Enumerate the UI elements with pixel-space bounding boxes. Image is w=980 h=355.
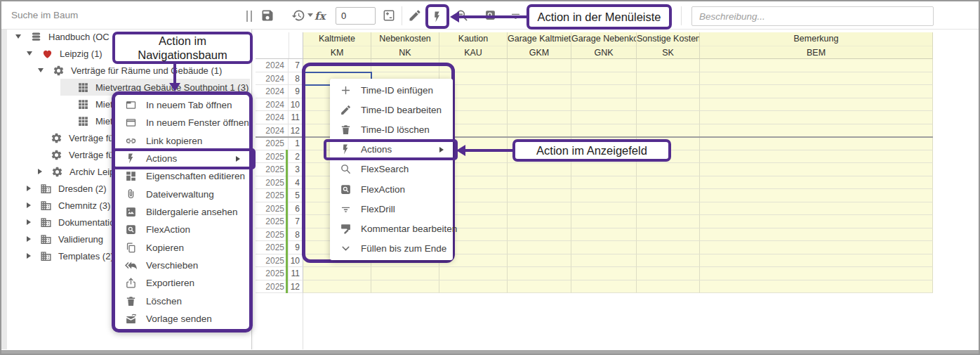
grid-cell[interactable] xyxy=(637,98,700,112)
row-month-label[interactable]: 12 xyxy=(289,280,303,294)
grid-cell[interactable] xyxy=(637,72,700,86)
fx-dropdown-icon[interactable]: fx xyxy=(307,10,325,22)
save-icon[interactable] xyxy=(260,8,274,22)
row-year-label[interactable]: 2024 xyxy=(256,98,289,112)
grid-cell[interactable] xyxy=(571,280,637,294)
nav-menu-item[interactable]: In neuem Tab öffnen xyxy=(115,96,249,114)
row-month-label[interactable]: 10 xyxy=(289,254,303,268)
grid-cell[interactable] xyxy=(371,280,439,294)
column-header[interactable]: KaltmieteKM xyxy=(303,32,371,59)
grid-menu-item[interactable]: Füllen bis zum Ende xyxy=(330,239,453,259)
grid-cell[interactable] xyxy=(637,202,700,216)
grid-cell[interactable] xyxy=(508,241,571,254)
grid-cell[interactable] xyxy=(571,59,637,72)
grid-cell[interactable] xyxy=(571,163,637,176)
row-month-label[interactable]: 7 xyxy=(289,215,303,228)
expander-closed-icon[interactable] xyxy=(27,219,31,225)
grid-cell[interactable] xyxy=(700,241,933,254)
grid-cell[interactable] xyxy=(508,254,571,268)
grid-cell[interactable] xyxy=(700,189,933,202)
row-month-label[interactable]: 5 xyxy=(289,189,303,202)
row-month-label[interactable]: 9 xyxy=(289,85,303,98)
row-year-label[interactable]: 2024 xyxy=(256,59,289,72)
grid-cell[interactable] xyxy=(508,189,571,202)
row-month-label[interactable]: 11 xyxy=(289,111,303,124)
row-year-label[interactable]: 2025 xyxy=(256,176,289,190)
expander-open-icon[interactable] xyxy=(27,51,32,56)
grid-cell[interactable] xyxy=(700,176,933,190)
grid-cell[interactable] xyxy=(508,72,571,86)
column-header[interactable]: KautionKAU xyxy=(439,32,508,59)
column-header[interactable]: NebenkostenNK xyxy=(371,32,439,59)
grid-cell[interactable] xyxy=(508,202,571,216)
nav-menu-item[interactable]: Löschen xyxy=(115,292,249,309)
row-month-label[interactable]: 6 xyxy=(289,202,303,216)
grid-menu-item[interactable]: FlexAction xyxy=(330,179,453,199)
grid-cell[interactable] xyxy=(637,228,700,242)
row-month-label[interactable]: 1 xyxy=(289,137,303,150)
grid-cell[interactable] xyxy=(700,150,933,164)
grid-cell[interactable] xyxy=(508,267,571,280)
grid-cell[interactable] xyxy=(571,111,637,124)
grid-menu-item[interactable]: Time-ID löschen xyxy=(330,120,453,139)
grid-menu-item[interactable]: Time-ID bearbeiten xyxy=(330,100,453,120)
nav-menu-item[interactable]: Vorlage senden xyxy=(115,310,249,328)
brush-icon[interactable] xyxy=(408,8,422,22)
grid-cell[interactable] xyxy=(700,59,933,72)
expander-closed-icon[interactable] xyxy=(27,186,31,191)
grid-cell[interactable] xyxy=(571,228,637,242)
grid-cell[interactable] xyxy=(439,267,508,280)
grid-cell[interactable] xyxy=(571,215,637,228)
grid-cell[interactable] xyxy=(508,280,571,294)
row-year-label[interactable]: 2024 xyxy=(256,85,289,98)
row-year-label[interactable]: 2025 xyxy=(256,254,289,268)
grid-menu-item[interactable]: Kommentar bearbeiten xyxy=(330,219,453,239)
row-year-label[interactable]: 2024 xyxy=(256,111,289,124)
grid-cell[interactable] xyxy=(508,176,571,190)
row-year-label[interactable]: 2025 xyxy=(256,280,289,294)
row-year-label[interactable]: 2025 xyxy=(256,189,289,202)
row-month-label[interactable]: 2 xyxy=(289,150,303,164)
nav-menu-item[interactable]: Eigenschaften editieren xyxy=(115,167,249,185)
grid-cell[interactable] xyxy=(508,98,571,112)
tree-item[interactable]: Verträge für Räume und Gebäude (1) xyxy=(3,62,251,79)
grid-cell[interactable] xyxy=(637,85,700,98)
grid-cell[interactable] xyxy=(571,124,637,138)
column-header[interactable]: Garage KaltmieteGKM xyxy=(508,32,571,59)
grid-cell[interactable] xyxy=(571,241,637,254)
nav-menu-item[interactable]: Kopieren xyxy=(115,239,249,257)
grid-cell[interactable] xyxy=(700,267,933,280)
row-year-label[interactable]: 2024 xyxy=(256,72,289,86)
expander-open-icon[interactable] xyxy=(38,68,44,72)
row-year-label[interactable]: 2025 xyxy=(256,267,289,280)
nav-menu-item[interactable]: Link kopieren xyxy=(115,132,249,150)
grid-cell[interactable] xyxy=(637,176,700,190)
grid-cell[interactable] xyxy=(571,72,637,86)
grid-menu-item[interactable]: FlexSearch xyxy=(330,160,453,179)
grid-cell[interactable] xyxy=(700,202,933,216)
grid-cell[interactable] xyxy=(637,254,700,268)
grid-cell[interactable] xyxy=(637,124,700,138)
row-month-label[interactable]: 4 xyxy=(289,176,303,190)
row-year-label[interactable]: 2025 xyxy=(256,215,289,228)
expander-open-icon[interactable] xyxy=(15,34,21,39)
grid-menu-item[interactable]: FlexDrill xyxy=(330,199,453,219)
grid-cell[interactable] xyxy=(571,85,637,98)
history-icon[interactable] xyxy=(291,8,305,22)
grid-cell[interactable] xyxy=(637,59,700,72)
grid-cell[interactable] xyxy=(700,111,933,124)
expander-closed-icon[interactable] xyxy=(27,236,31,242)
grid-cell[interactable] xyxy=(571,98,637,112)
row-month-label[interactable]: 10 xyxy=(289,98,303,112)
column-header[interactable]: Sonstige KostenSK xyxy=(637,32,700,59)
grid-cell[interactable] xyxy=(637,163,700,176)
grid-cell[interactable] xyxy=(508,228,571,242)
row-month-label[interactable]: 8 xyxy=(289,72,303,86)
nav-menu-item[interactable]: Verschieben xyxy=(115,257,249,274)
row-month-label[interactable]: 8 xyxy=(289,228,303,242)
grid-cell[interactable] xyxy=(700,124,933,138)
grid-cell[interactable] xyxy=(637,241,700,254)
grid-cell[interactable] xyxy=(508,111,571,124)
grid-cell[interactable] xyxy=(508,85,571,98)
row-year-label[interactable]: 2025 xyxy=(256,150,289,164)
